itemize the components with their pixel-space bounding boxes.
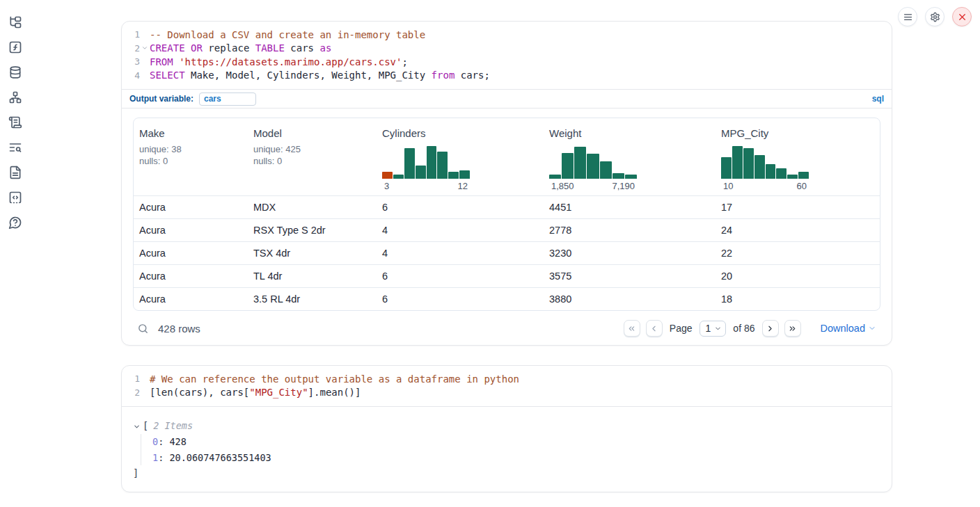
chevron-down-icon [714,325,722,332]
table-cell: 20 [716,265,880,287]
code-line[interactable]: 3FROM 'https://datasets.marimo.app/cars.… [122,55,892,69]
variables-icon[interactable] [8,40,22,54]
code-line[interactable]: 2[len(cars), cars["MPG_City"].mean()] [122,386,892,400]
page-select-value: 1 [706,323,711,334]
last-page-button[interactable] [784,320,801,337]
table-cell: 17 [716,196,880,218]
table-cell: Acura [134,196,248,218]
code-line[interactable]: 1-- Download a CSV and create an in-memo… [122,28,892,42]
download-button[interactable]: Download [821,323,877,334]
histogram-weight[interactable]: 1,8507,190 [549,144,637,191]
file-explorer-icon[interactable] [8,15,22,29]
dependency-graph-icon[interactable] [8,90,22,104]
menu-button[interactable] [898,7,917,26]
table-cell: Acura [134,265,248,287]
code-line[interactable]: 2CREATE OR replace TABLE cars as [122,42,892,56]
code-token [173,56,179,67]
hamburger-menu-icon [903,12,913,22]
pagination: Page 1 of 86 [624,320,876,337]
code-token: CREATE [150,42,185,54]
code-token: as [319,42,331,54]
settings-button[interactable] [925,7,945,26]
table-row[interactable]: AcuraTL 4dr6357520 [134,264,880,287]
table-cell: TSX 4dr [248,242,377,264]
code-token: # We can reference the output variable a… [150,373,519,385]
column-stat: unique: 425 [253,144,371,156]
hist-bar [427,146,437,179]
sql-code-editor[interactable]: 1-- Download a CSV and create an in-memo… [122,22,892,89]
documentation-icon[interactable] [8,166,22,179]
code-token: Make, Model, Cylinders, Weight, MPG_City [185,70,432,81]
search-icon[interactable] [137,323,149,335]
item-value: 20.060747663551403 [169,452,271,463]
column-header-make[interactable]: Makeunique: 38nulls: 0 [134,118,248,195]
hist-bar [574,147,586,179]
code-text: CREATE OR replace TABLE cars as [150,42,331,54]
table-row[interactable]: AcuraRSX Type S 2dr4277824 [134,218,880,241]
sql-cell: 1-- Download a CSV and create an in-memo… [121,21,892,346]
hist-bar [612,173,624,179]
collapse-chevron-icon[interactable] [133,421,141,430]
histogram-bars [382,144,470,179]
table-body: AcuraMDX6445117AcuraRSX Type S 2dr427782… [134,195,880,310]
code-line[interactable]: 4SELECT Make, Model, Cylinders, Weight, … [122,69,892,83]
code-token: FROM [150,56,173,67]
column-header-model[interactable]: Modelunique: 425nulls: 0 [248,118,377,195]
hist-min-label: 3 [384,181,389,191]
hist-bar [437,152,448,179]
page-select[interactable]: 1 [700,321,727,337]
output-variable-label: Output variable: [129,94,193,104]
hist-bar [776,168,787,179]
column-stat: nulls: 0 [253,156,371,168]
table-cell: 4451 [544,196,716,218]
histogram-axis-labels: 312 [382,179,470,191]
close-bracket: ] [133,467,880,479]
histogram-mpg_city[interactable]: 1060 [721,144,809,191]
table-cell: MDX [248,196,377,218]
tracing-icon[interactable] [8,140,22,154]
close-icon [957,12,967,22]
code-token: replace [203,42,255,54]
line-number: 3 [122,56,140,67]
data-sources-icon[interactable] [8,65,22,79]
hist-bar [416,166,426,179]
code-text: # We can reference the output variable a… [150,373,519,385]
table-cell: 6 [377,288,544,310]
shutdown-button[interactable] [952,7,972,26]
output-variable-input[interactable] [199,92,256,106]
next-page-button[interactable] [762,320,779,337]
open-bracket: [ [143,420,148,431]
code-token: SELECT [150,70,185,81]
column-name: Weight [549,127,710,139]
python-code-editor[interactable]: 1# We can reference the output variable … [122,366,892,406]
hist-bar [448,172,459,179]
column-header-cylinders[interactable]: Cylinders312 [377,118,544,195]
logs-icon[interactable] [8,115,22,129]
hist-bar [382,172,393,179]
column-name: Cylinders [382,127,538,139]
table-row[interactable]: Acura3.5 RL 4dr6388018 [134,287,880,310]
table-cell: 3.5 RL 4dr [248,288,377,310]
first-page-button[interactable] [624,320,640,337]
histogram-cylinders[interactable]: 312 [382,144,470,191]
table-cell: 18 [716,288,880,310]
scratchpad-icon[interactable] [8,191,22,204]
table-cell: RSX Type S 2dr [248,219,377,241]
column-header-weight[interactable]: Weight1,8507,190 [544,118,716,195]
table-row[interactable]: AcuraMDX6445117 [134,195,880,218]
table-cell: Acura [134,242,248,264]
fold-chevron-icon[interactable] [141,45,150,51]
chat-help-icon[interactable] [8,216,22,230]
table-row[interactable]: AcuraTSX 4dr4323022 [134,241,880,264]
item-colon: : [158,436,169,447]
item-colon: : [158,452,169,463]
column-header-mpg_city[interactable]: MPG_City1060 [716,118,880,195]
code-token: from [432,70,455,81]
histogram-bars [721,144,809,179]
table-cell: 4 [377,242,544,264]
previous-page-button[interactable] [646,320,663,337]
code-line[interactable]: 1# We can reference the output variable … [122,372,892,386]
items-count: 2 Items [153,420,193,431]
column-name: Make [139,127,242,139]
table-cell: Acura [134,288,248,310]
